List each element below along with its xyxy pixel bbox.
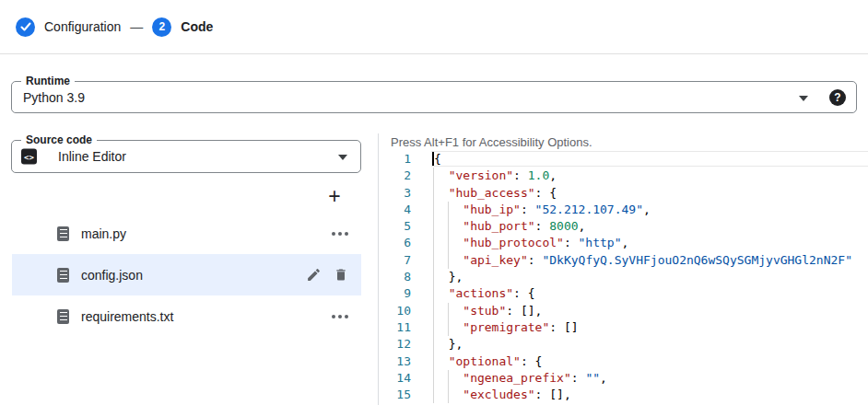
code-line[interactable]: 1{ bbox=[379, 151, 868, 168]
indent-guide bbox=[433, 252, 434, 269]
code-line-content[interactable]: "excludes": [], bbox=[434, 387, 868, 403]
runtime-select[interactable]: Runtime Python 3.9 ? bbox=[11, 81, 857, 113]
stepper-separator: — bbox=[130, 19, 143, 34]
more-horizontal-icon[interactable] bbox=[338, 232, 342, 236]
code-line[interactable]: 3 "hub_access": { bbox=[379, 185, 868, 202]
file-name: main.py bbox=[81, 226, 126, 241]
line-number: 3 bbox=[379, 185, 411, 202]
line-number: 9 bbox=[379, 285, 411, 302]
indent-guide bbox=[433, 269, 434, 285]
code-line-content[interactable]: "version": 1.0, bbox=[434, 168, 868, 184]
code-line-content[interactable]: "hub_protocol": "http", bbox=[434, 235, 868, 251]
line-number: 15 bbox=[379, 387, 411, 403]
code-editor[interactable]: Press Alt+F1 for Accessibility Options. … bbox=[379, 129, 868, 405]
indent-guide bbox=[448, 252, 449, 269]
chevron-down-icon bbox=[338, 155, 347, 160]
indent-guide bbox=[433, 319, 434, 336]
code-line[interactable]: 9 "actions": { bbox=[379, 285, 868, 302]
file-row[interactable]: requirements.txt bbox=[12, 295, 361, 337]
edit-button[interactable] bbox=[306, 267, 322, 283]
line-number: 5 bbox=[379, 218, 411, 235]
file-icon bbox=[57, 268, 69, 283]
code-line[interactable]: 8 }, bbox=[379, 269, 868, 285]
indent-guide bbox=[433, 235, 434, 251]
code-line[interactable]: 13 "optional": { bbox=[379, 353, 868, 370]
code-line[interactable]: 4 "hub_ip": "52.212.107.49", bbox=[379, 202, 868, 218]
line-number: 10 bbox=[379, 303, 411, 319]
line-number: 11 bbox=[379, 319, 411, 336]
indent-guide bbox=[448, 235, 449, 251]
code-line[interactable]: 10 "stub": [], bbox=[379, 303, 868, 319]
code-line-content[interactable]: "api_key": "DkKyQfyQ.SyVHFjouO2nQ6wSQySG… bbox=[434, 252, 868, 269]
source-code-field-label: Source code bbox=[21, 133, 97, 147]
delete-button[interactable] bbox=[334, 267, 348, 283]
code-line-content[interactable]: }, bbox=[434, 269, 868, 285]
code-line-content[interactable]: "ngenea_prefix": "", bbox=[434, 370, 868, 387]
code-line-content[interactable]: "hub_access": { bbox=[434, 185, 868, 202]
code-line-content[interactable]: "premigrate": [] bbox=[434, 319, 868, 336]
indent-guide bbox=[448, 202, 449, 218]
code-line-content[interactable]: "hub_ip": "52.212.107.49", bbox=[434, 202, 868, 218]
code-line[interactable]: 11 "premigrate": [] bbox=[379, 319, 868, 336]
indent-guide bbox=[433, 353, 434, 370]
code-line[interactable]: 12 }, bbox=[379, 336, 868, 353]
stepper-step-configuration[interactable]: Configuration bbox=[16, 17, 121, 37]
code-line[interactable]: 6 "hub_protocol": "http", bbox=[379, 235, 868, 251]
indent-guide bbox=[433, 168, 434, 184]
step-configuration-label: Configuration bbox=[44, 19, 121, 34]
line-number: 2 bbox=[379, 168, 411, 184]
file-icon bbox=[57, 309, 69, 324]
indent-guide bbox=[448, 303, 449, 319]
stepper-step-code[interactable]: 2 Code bbox=[152, 17, 213, 37]
runtime-help-button[interactable]: ? bbox=[829, 89, 846, 106]
indent-guide bbox=[433, 387, 434, 403]
line-number: 1 bbox=[379, 151, 411, 168]
code-line[interactable]: 5 "hub_port": 8000, bbox=[379, 218, 868, 235]
step-complete-check-icon bbox=[16, 17, 35, 37]
top-divider bbox=[0, 53, 868, 54]
source-code-value: Inline Editor bbox=[58, 149, 126, 164]
line-number: 8 bbox=[379, 269, 411, 285]
file-row[interactable]: main.py bbox=[12, 213, 361, 254]
indent-guide bbox=[448, 218, 449, 235]
code-line[interactable]: 14 "ngenea_prefix": "", bbox=[379, 370, 868, 387]
code-line[interactable]: 2 "version": 1.0, bbox=[379, 168, 868, 184]
file-name: requirements.txt bbox=[81, 309, 173, 324]
text-cursor bbox=[432, 152, 434, 166]
code-line-content[interactable]: "optional": { bbox=[434, 353, 868, 370]
source-code-select[interactable]: Source code <> Inline Editor bbox=[11, 140, 361, 173]
help-icon: ? bbox=[834, 91, 840, 104]
indent-guide bbox=[433, 303, 434, 319]
indent-guide bbox=[433, 185, 434, 202]
step-2-badge: 2 bbox=[152, 17, 171, 37]
file-row[interactable]: config.json bbox=[12, 254, 361, 295]
code-area[interactable]: 1{2 "version": 1.0,3 "hub_access": {4 "h… bbox=[379, 151, 868, 403]
code-line-content[interactable]: { bbox=[434, 151, 868, 168]
file-list: main.py config.json requirements.txt bbox=[0, 213, 378, 337]
accessibility-hint: Press Alt+F1 for Accessibility Options. bbox=[391, 135, 868, 149]
code-line-content[interactable]: }, bbox=[434, 336, 868, 353]
indent-guide bbox=[448, 370, 449, 387]
runtime-field-label: Runtime bbox=[21, 75, 75, 88]
indent-guide bbox=[433, 370, 434, 387]
line-number: 7 bbox=[379, 252, 411, 269]
line-number: 6 bbox=[379, 235, 411, 251]
more-horizontal-icon[interactable] bbox=[338, 315, 342, 318]
stepper: Configuration — 2 Code bbox=[16, 17, 213, 37]
code-line[interactable]: 7 "api_key": "DkKyQfyQ.SyVHFjouO2nQ6wSQy… bbox=[379, 252, 868, 269]
indent-guide bbox=[448, 387, 449, 403]
code-line[interactable]: 15 "excludes": [], bbox=[379, 387, 868, 403]
indent-guide bbox=[448, 319, 449, 336]
line-number: 14 bbox=[379, 370, 411, 387]
file-icon bbox=[57, 226, 69, 241]
code-line-content[interactable]: "hub_port": 8000, bbox=[434, 218, 868, 235]
step-code-label: Code bbox=[181, 19, 213, 34]
inline-editor-icon: <> bbox=[21, 149, 37, 165]
add-file-button[interactable]: + bbox=[323, 185, 346, 209]
code-line-content[interactable]: "stub": [], bbox=[434, 303, 868, 319]
indent-guide bbox=[433, 202, 434, 218]
line-number: 12 bbox=[379, 336, 411, 353]
indent-guide bbox=[433, 285, 434, 302]
indent-guide bbox=[433, 218, 434, 235]
code-line-content[interactable]: "actions": { bbox=[434, 285, 868, 302]
